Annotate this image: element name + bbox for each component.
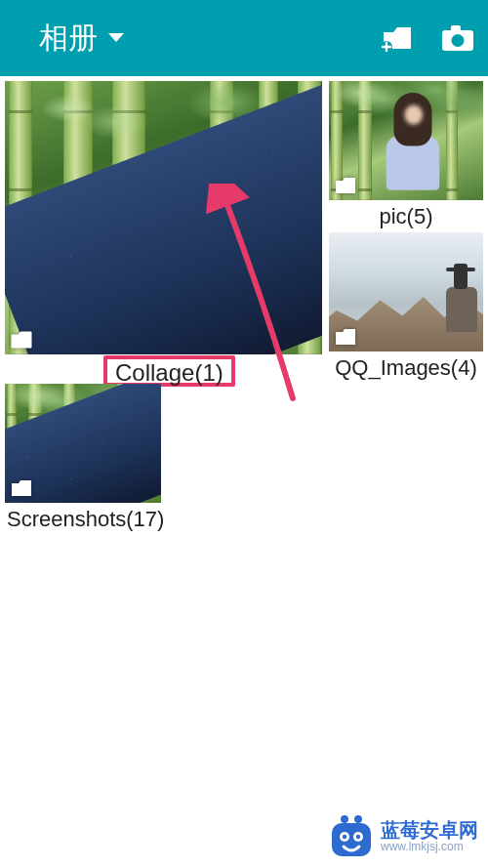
album-pic[interactable]: pic(5) — [329, 81, 483, 233]
new-folder-icon[interactable] — [381, 24, 414, 52]
album-qq-images[interactable]: QQ_Images(4) — [329, 232, 483, 385]
watermark-logo-icon — [330, 815, 373, 858]
album-screenshots[interactable]: Screenshots(17) — [5, 384, 161, 536]
album-grid: Collage(1) pic(5) — [0, 76, 488, 81]
album-label: Collage(1) — [115, 359, 224, 386]
svg-point-3 — [452, 34, 465, 47]
svg-point-10 — [356, 835, 360, 839]
folder-icon — [11, 331, 32, 349]
album-label: QQ_Images(4) — [329, 351, 483, 385]
page-title: 相册 — [39, 19, 98, 59]
album-thumb — [5, 384, 161, 503]
app-header: 相册 — [0, 0, 488, 76]
chevron-down-icon — [107, 32, 125, 44]
album-thumb — [5, 81, 322, 354]
svg-point-6 — [354, 815, 362, 823]
folder-icon — [335, 177, 356, 194]
camera-icon[interactable] — [441, 24, 474, 52]
album-thumb — [329, 81, 483, 200]
folder-icon — [11, 479, 32, 497]
svg-rect-2 — [451, 25, 461, 32]
folder-icon — [335, 328, 356, 346]
album-label: Screenshots(17) — [5, 503, 161, 536]
title-dropdown[interactable]: 相册 — [39, 19, 125, 59]
album-label: pic(5) — [329, 200, 483, 233]
header-actions — [381, 24, 474, 52]
watermark: 蓝莓安卓网 www.lmkjsj.com — [330, 815, 478, 858]
watermark-url: www.lmkjsj.com — [381, 841, 478, 853]
album-thumb — [329, 232, 483, 351]
svg-point-5 — [341, 815, 348, 823]
annotation-highlight-box: Collage(1) — [103, 355, 235, 387]
watermark-title: 蓝莓安卓网 — [381, 819, 478, 841]
album-collage[interactable] — [5, 81, 322, 386]
svg-point-9 — [343, 835, 346, 839]
